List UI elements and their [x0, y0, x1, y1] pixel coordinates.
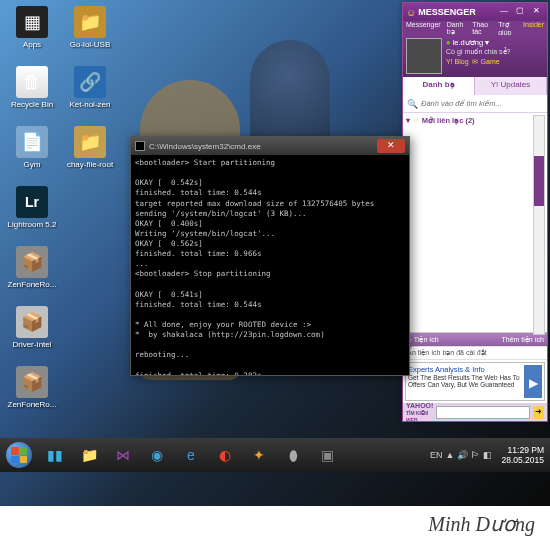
- taskbar-item-cmd-task[interactable]: ▣: [311, 440, 343, 470]
- insider-link[interactable]: Insider: [523, 21, 544, 35]
- messenger-titlebar[interactable]: ☺ MESSENGER — ▢ ✕: [403, 3, 547, 21]
- icon-label: chay-file-root: [64, 160, 116, 169]
- icon-image: 🔗: [74, 66, 106, 98]
- yahoo-search-input[interactable]: [436, 406, 530, 419]
- ad-hint[interactable]: Ẩn tiện ích bạn đã cài đặt: [403, 346, 547, 359]
- messenger-search: 🔍: [403, 95, 547, 113]
- icon-image: 📦: [16, 366, 48, 398]
- messenger-user-panel: ● le.dương ▾ Có gì muốn chia sẻ? Y! Blog…: [403, 35, 547, 77]
- taskbar-item-app-grey[interactable]: ⬮: [277, 440, 309, 470]
- desktop-icon[interactable]: 📁Go-loi-USB: [62, 4, 118, 62]
- taskbar-item-messenger-task[interactable]: ✦: [243, 440, 275, 470]
- icon-image: Lr: [16, 186, 48, 218]
- scrollbar[interactable]: [533, 115, 545, 335]
- cmd-titlebar[interactable]: C:\Windows\system32\cmd.exe ✕: [131, 137, 409, 155]
- menu-messenger[interactable]: Messenger: [406, 21, 441, 35]
- desktop-icon[interactable]: 🔗Ket-noi-zen: [62, 64, 118, 122]
- taskbar-item-explorer[interactable]: 📁: [73, 440, 105, 470]
- icon-label: Gym: [6, 160, 58, 169]
- messenger-window[interactable]: ☺ MESSENGER — ▢ ✕ Messenger Danh bạ Thao…: [402, 2, 548, 422]
- clock-time: 11:29 PM: [501, 445, 544, 455]
- desktop: ▦Apps📁Go-loi-USB🗑Recycle Bin🔗Ket-noi-zen…: [0, 0, 550, 506]
- menu-actions[interactable]: Thao tác: [472, 21, 492, 35]
- taskbar-clock[interactable]: 11:29 PM 28.05.2015: [495, 445, 544, 465]
- desktop-icon[interactable]: 🗑Recycle Bin: [4, 64, 60, 122]
- icon-label: Lightroom 5.2: [6, 220, 58, 229]
- cmd-title-text: C:\Windows\system32\cmd.exe: [149, 142, 377, 151]
- utility-left[interactable]: ☆ Tiện ích: [406, 336, 439, 344]
- tray-lang[interactable]: EN: [430, 450, 443, 460]
- desktop-icon[interactable]: 📦ZenFoneRo...: [4, 244, 60, 302]
- clock-date: 28.05.2015: [501, 455, 544, 465]
- icon-label: Ket-noi-zen: [64, 100, 116, 109]
- icon-label: Recycle Bin: [6, 100, 58, 109]
- tab-contacts[interactable]: Danh bạ: [403, 77, 475, 95]
- search-input[interactable]: [421, 99, 543, 108]
- page-footer: Minh Dương: [0, 506, 550, 540]
- tray-sound-icon[interactable]: 🔊: [457, 450, 468, 460]
- taskbar-item-ie[interactable]: e: [175, 440, 207, 470]
- game-link[interactable]: Game: [481, 58, 500, 66]
- desktop-icons-area: ▦Apps📁Go-loi-USB🗑Recycle Bin🔗Ket-noi-zen…: [4, 4, 134, 422]
- cmd-output: <bootloader> Start partitioning OKAY [ 0…: [131, 155, 409, 375]
- tray-network-icon[interactable]: ◧: [483, 450, 492, 460]
- icon-label: Driver-Intel: [6, 340, 58, 349]
- icon-image: 📁: [74, 126, 106, 158]
- messenger-logo-icon: ☺: [406, 7, 416, 18]
- cmd-close-button[interactable]: ✕: [377, 139, 405, 153]
- cmd-window[interactable]: C:\Windows\system32\cmd.exe ✕ <bootloade…: [130, 136, 410, 376]
- icon-image: 🗑: [16, 66, 48, 98]
- icon-label: ZenFoneRo...: [6, 280, 58, 289]
- search-icon: 🔍: [407, 99, 418, 109]
- taskbar: ▮▮📁⋈◉e◐✦⬮▣ EN ▲ 🔊 🏳 ◧ 11:29 PM 28.05.201…: [0, 438, 550, 472]
- minimize-button[interactable]: —: [496, 6, 512, 18]
- icon-label: Go-loi-USB: [64, 40, 116, 49]
- yblog-link[interactable]: Y! Blog: [446, 58, 469, 66]
- system-tray: EN ▲ 🔊 🏳 ◧ 11:29 PM 28.05.2015: [430, 438, 550, 472]
- icon-label: Apps: [6, 40, 58, 49]
- taskbar-item-chrome[interactable]: ◐: [209, 440, 241, 470]
- user-status-share[interactable]: Có gì muốn chia sẻ?: [446, 48, 544, 56]
- user-name[interactable]: ● le.dương ▾: [446, 38, 544, 47]
- contact-group[interactable]: ▾ ☺ Mới liên lạc (2): [406, 116, 544, 125]
- maximize-button[interactable]: ▢: [512, 6, 528, 18]
- ad-panel: Experts Analysis & Info Get The Best Res…: [403, 359, 547, 403]
- desktop-icon[interactable]: 📁chay-file-root: [62, 124, 118, 182]
- yahoo-search-button[interactable]: ➜: [533, 406, 544, 419]
- yahoo-search-bar: YAHOO!TÌM KIẾM WEB ➜: [403, 403, 547, 421]
- desktop-icon[interactable]: 📄Gym: [4, 124, 60, 182]
- start-button[interactable]: [0, 438, 38, 472]
- taskbar-item-app-purple[interactable]: ⋈: [107, 440, 139, 470]
- avatar[interactable]: [406, 38, 442, 74]
- yahoo-logo: YAHOO!TÌM KIẾM WEB: [406, 402, 433, 423]
- ad-arrow-icon[interactable]: ▶: [524, 365, 542, 398]
- icon-image: 📄: [16, 126, 48, 158]
- windows-orb-icon: [6, 442, 32, 468]
- mail-link[interactable]: ✉: [472, 58, 478, 66]
- messenger-tabs: Danh bạ Y! Updates: [403, 77, 547, 95]
- taskbar-item-teamviewer[interactable]: ◉: [141, 440, 173, 470]
- cmd-icon: [135, 141, 145, 151]
- tray-flag-icon[interactable]: 🏳: [471, 450, 480, 460]
- utility-bar: ☆ Tiện ích Thêm tiện ích: [403, 332, 547, 346]
- close-button[interactable]: ✕: [528, 6, 544, 18]
- ad-box[interactable]: Experts Analysis & Info Get The Best Res…: [405, 362, 545, 401]
- tab-updates[interactable]: Y! Updates: [475, 77, 547, 95]
- desktop-icon[interactable]: 📦ZenFoneRo...: [4, 364, 60, 422]
- ad-title: Experts Analysis & Info: [408, 365, 524, 374]
- messenger-title: MESSENGER: [418, 7, 496, 17]
- menu-contacts[interactable]: Danh bạ: [447, 21, 467, 35]
- contact-list[interactable]: ▾ ☺ Mới liên lạc (2): [403, 113, 547, 332]
- utility-right[interactable]: Thêm tiện ích: [501, 336, 544, 344]
- messenger-menu: Messenger Danh bạ Thao tác Trợ giúp Insi…: [403, 21, 547, 35]
- taskbar-item-task-view[interactable]: ▮▮: [39, 440, 71, 470]
- icon-label: ZenFoneRo...: [6, 400, 58, 409]
- icon-image: ▦: [16, 6, 48, 38]
- desktop-icon[interactable]: LrLightroom 5.2: [4, 184, 60, 242]
- menu-help[interactable]: Trợ giúp: [498, 21, 517, 35]
- desktop-icon[interactable]: 📦Driver-Intel: [4, 304, 60, 362]
- tray-expand-icon[interactable]: ▲: [446, 450, 455, 460]
- icon-image: 📦: [16, 246, 48, 278]
- scroll-thumb[interactable]: [534, 156, 544, 206]
- desktop-icon[interactable]: ▦Apps: [4, 4, 60, 62]
